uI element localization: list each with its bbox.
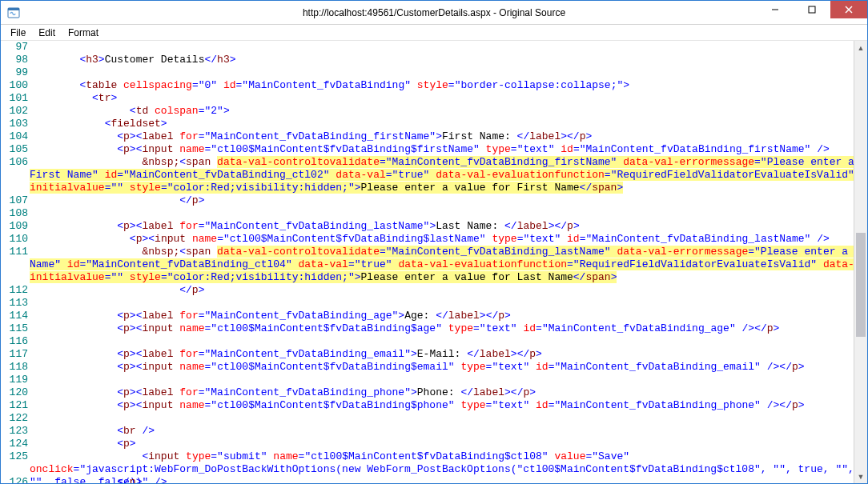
window-controls (757, 1, 867, 18)
close-button[interactable] (830, 1, 867, 18)
source-viewer-window: http://localhost:49561/CustomerDetails.a… (0, 0, 868, 484)
source-code[interactable]: <h3>Customer Details</h3> <table cellspa… (30, 41, 867, 483)
menu-format[interactable]: Format (62, 26, 105, 40)
window-title: http://localhost:49561/CustomerDetails.a… (1, 7, 867, 18)
minimize-button[interactable] (757, 1, 794, 18)
editor: 9798991001011021031041051061071081091101… (1, 41, 867, 483)
menubar: File Edit Format (1, 25, 867, 41)
line-number-gutter: 9798991001011021031041051061071081091101… (1, 41, 30, 483)
menu-file[interactable]: File (4, 26, 32, 40)
scroll-up-arrow[interactable]: ▲ (854, 41, 867, 54)
svg-rect-3 (809, 6, 815, 13)
titlebar[interactable]: http://localhost:49561/CustomerDetails.a… (1, 1, 867, 25)
scroll-down-arrow[interactable]: ▼ (854, 470, 867, 483)
svg-rect-1 (8, 8, 19, 10)
maximize-button[interactable] (794, 1, 830, 18)
vertical-scrollbar[interactable]: ▲ ▼ (854, 41, 867, 483)
menu-edit[interactable]: Edit (32, 26, 62, 40)
app-icon (7, 6, 20, 19)
scroll-thumb[interactable] (856, 233, 866, 337)
